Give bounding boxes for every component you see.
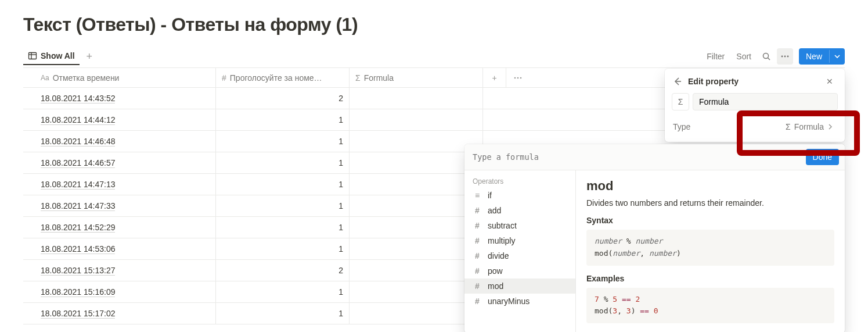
operator-item-if[interactable]: ≡if [464, 188, 575, 203]
column-label: Отметка времени [53, 73, 120, 83]
type-select[interactable]: Σ Formula [782, 120, 837, 134]
cell-time[interactable]: 18.08.2021 14:43:52 [23, 88, 216, 109]
cell-time[interactable]: 18.08.2021 15:16:09 [23, 281, 216, 302]
operator-icon: # [473, 221, 482, 230]
formula-doc: mod Divides two numbers and returns thei… [576, 170, 845, 332]
operator-label: if [488, 191, 492, 200]
cell-formula[interactable] [350, 131, 483, 152]
table-icon [28, 51, 37, 60]
operator-label: unaryMinus [488, 297, 530, 306]
operator-icon: # [473, 251, 482, 260]
cell-time[interactable]: 18.08.2021 14:53:06 [23, 238, 216, 259]
cell-vote[interactable]: 1 [216, 281, 350, 302]
cell-vote[interactable]: 2 [216, 88, 350, 109]
back-icon[interactable] [673, 77, 682, 86]
cell-formula[interactable] [350, 260, 483, 281]
cell-formula[interactable] [350, 174, 483, 195]
operator-icon: # [473, 236, 482, 245]
cell-time[interactable]: 18.08.2021 14:47:13 [23, 174, 216, 195]
add-view-button[interactable]: + [82, 49, 98, 64]
cell-vote[interactable]: 1 [216, 174, 350, 195]
operator-item-pow[interactable]: #pow [464, 263, 575, 279]
cell-time[interactable]: 18.08.2021 14:47:33 [23, 195, 216, 216]
view-tab-showall[interactable]: Show All [23, 48, 80, 65]
column-header-vote[interactable]: # Проголосуйте за номе… [216, 68, 350, 87]
cell-formula[interactable] [350, 195, 483, 216]
panel-title: Edit property [688, 77, 817, 86]
new-button-label[interactable]: New [799, 48, 829, 65]
cell-vote[interactable]: 1 [216, 303, 350, 324]
cell-formula[interactable] [350, 217, 483, 238]
operator-item-multiply[interactable]: #multiply [464, 233, 575, 248]
operator-label: mod [488, 281, 503, 291]
cell-formula[interactable] [350, 238, 483, 259]
operator-label: subtract [488, 221, 517, 230]
search-icon[interactable] [758, 48, 775, 65]
new-button[interactable]: New [799, 48, 845, 65]
column-header-time[interactable]: Aa Отметка времени [23, 68, 216, 87]
cell-time[interactable]: 18.08.2021 14:46:48 [23, 131, 216, 152]
cell-vote[interactable]: 1 [216, 195, 350, 216]
property-name-input[interactable] [693, 93, 838, 110]
svg-point-7 [787, 55, 789, 57]
sigma-icon: Σ [786, 122, 791, 131]
column-more-button[interactable] [506, 68, 530, 87]
cell-formula[interactable] [350, 88, 483, 109]
svg-line-4 [768, 58, 770, 60]
cell-formula[interactable] [350, 281, 483, 302]
operator-item-subtract[interactable]: #subtract [464, 218, 575, 233]
list-section-label: Operators [464, 175, 575, 188]
type-label: Type [673, 122, 690, 131]
svg-point-10 [520, 77, 522, 78]
operator-item-add[interactable]: #add [464, 203, 575, 218]
operator-item-mod[interactable]: #mod [464, 279, 575, 294]
column-label: Проголосуйте за номе… [230, 73, 322, 83]
cell-vote[interactable]: 1 [216, 131, 350, 152]
operator-list[interactable]: Operators ≡if#add#subtract#multiply#divi… [464, 170, 576, 332]
operator-item-divide[interactable]: #divide [464, 248, 575, 263]
cell-time[interactable]: 18.08.2021 14:52:29 [23, 217, 216, 238]
cell-vote[interactable]: 1 [216, 109, 350, 130]
done-button[interactable]: Done [806, 149, 839, 165]
number-property-icon: # [222, 73, 226, 83]
cell-vote[interactable]: 1 [216, 217, 350, 238]
cell-time[interactable]: 18.08.2021 14:46:57 [23, 152, 216, 173]
filter-button[interactable]: Filter [702, 48, 729, 65]
cell-time[interactable]: 18.08.2021 15:13:27 [23, 260, 216, 281]
operator-icon: # [473, 266, 482, 276]
formula-popup: Done Operators ≡if#add#subtract#multiply… [464, 144, 845, 332]
cell-time[interactable]: 18.08.2021 15:17:02 [23, 303, 216, 324]
cell-vote[interactable]: 1 [216, 238, 350, 259]
cell-formula[interactable] [350, 303, 483, 324]
operator-label: pow [488, 266, 503, 276]
svg-point-8 [514, 77, 516, 78]
cell-formula[interactable] [350, 152, 483, 173]
operator-icon: # [473, 297, 482, 306]
operator-icon: ≡ [473, 191, 482, 200]
more-icon[interactable] [777, 48, 793, 65]
operator-icon: # [473, 206, 482, 215]
syntax-label: Syntax [586, 216, 834, 225]
column-label: Formula [364, 73, 394, 83]
syntax-code: number % number mod(number, number) [586, 230, 834, 266]
cell-vote[interactable]: 1 [216, 152, 350, 173]
sort-button[interactable]: Sort [732, 48, 756, 65]
operator-item-unaryMinus[interactable]: #unaryMinus [464, 294, 575, 309]
operator-label: add [488, 206, 501, 215]
column-header-formula[interactable]: Σ Formula [350, 68, 483, 87]
svg-point-6 [784, 55, 786, 57]
formula-input[interactable] [464, 145, 800, 169]
svg-point-9 [517, 77, 519, 78]
close-icon[interactable]: ✕ [823, 76, 837, 87]
cell-vote[interactable]: 2 [216, 260, 350, 281]
operator-label: divide [488, 251, 509, 260]
add-column-button[interactable]: + [483, 68, 506, 87]
view-bar: Show All + Filter Sort New [23, 45, 845, 68]
edit-property-panel: Edit property ✕ Σ Type Σ Formula [665, 69, 845, 142]
svg-rect-0 [29, 52, 37, 59]
new-button-caret[interactable] [829, 50, 845, 63]
property-type-icon[interactable]: Σ [672, 93, 689, 110]
cell-time[interactable]: 18.08.2021 14:44:12 [23, 109, 216, 130]
chevron-right-icon [827, 124, 833, 130]
cell-formula[interactable] [350, 109, 483, 130]
